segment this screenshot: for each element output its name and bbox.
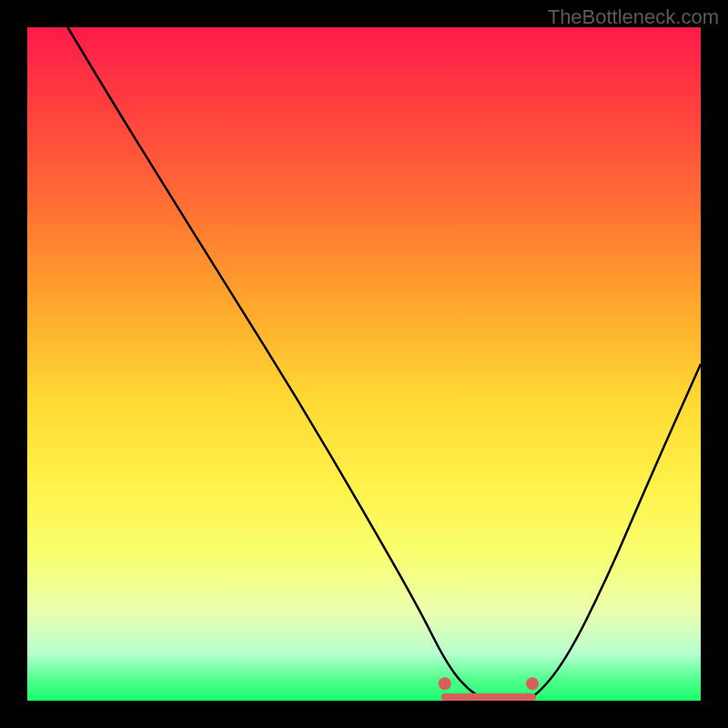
flat-region-end-marker	[526, 677, 539, 690]
chart-plot-area	[27, 27, 701, 701]
bottleneck-curve-line	[67, 27, 701, 701]
watermark-text: TheBottleneck.com	[548, 5, 719, 29]
bottleneck-curve-svg	[27, 27, 701, 701]
flat-region-start-marker	[439, 677, 451, 690]
